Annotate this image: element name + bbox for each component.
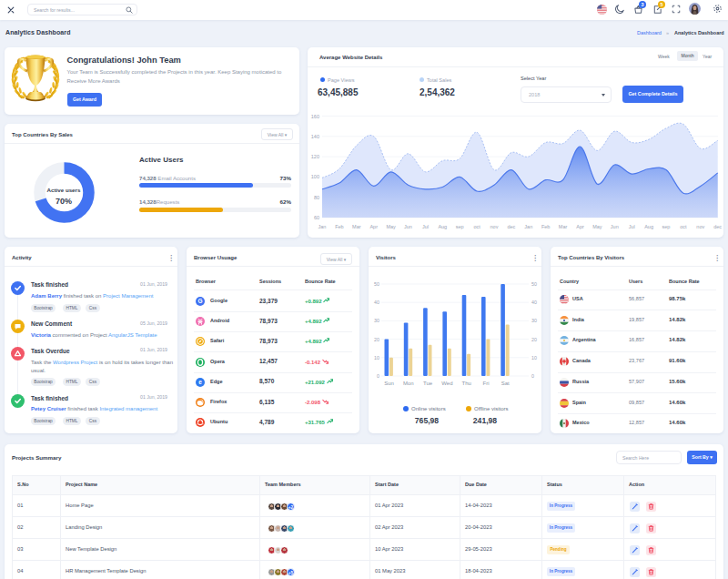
svg-text:Tue: Tue (423, 381, 433, 386)
svg-text:oct: oct (473, 224, 480, 229)
svg-text:Mar: Mar (352, 224, 361, 229)
svg-text:sep: sep (456, 224, 464, 229)
svg-text:50: 50 (531, 281, 537, 287)
svg-text:Thu: Thu (462, 381, 471, 386)
svg-text:0: 0 (377, 373, 379, 379)
svg-text:Jan: Jan (318, 224, 327, 229)
svg-text:Sun: Sun (384, 381, 394, 386)
svg-text:Feb: Feb (335, 224, 343, 229)
svg-text:20: 20 (531, 337, 537, 342)
svg-text:80: 80 (314, 195, 319, 200)
svg-text:dec: dec (507, 224, 515, 229)
svg-text:Apr: Apr (576, 224, 584, 229)
svg-text:Jan: Jan (524, 224, 532, 229)
svg-text:Fri: Fri (483, 381, 490, 386)
svg-text:0: 0 (531, 373, 534, 379)
svg-text:40: 40 (531, 300, 537, 305)
svg-text:10: 10 (531, 355, 537, 361)
svg-text:60: 60 (314, 215, 319, 220)
svg-text:May: May (592, 224, 602, 229)
svg-text:Jun: Jun (611, 224, 619, 229)
svg-text:30: 30 (374, 318, 379, 323)
svg-text:10: 10 (374, 355, 379, 361)
svg-text:oct: oct (680, 224, 687, 229)
svg-text:Aug: Aug (438, 224, 447, 229)
svg-text:Jul: Jul (629, 224, 635, 229)
svg-text:Mon: Mon (403, 381, 414, 386)
svg-text:nov: nov (490, 224, 499, 229)
svg-text:nov: nov (696, 224, 704, 229)
svg-text:Apr: Apr (369, 224, 378, 229)
svg-text:50: 50 (374, 281, 379, 287)
svg-text:May: May (386, 224, 396, 229)
svg-text:Feb: Feb (541, 224, 550, 229)
svg-text:Mar: Mar (559, 224, 568, 229)
svg-text:Jun: Jun (404, 224, 412, 229)
svg-text:dec: dec (713, 224, 722, 229)
svg-text:160: 160 (311, 114, 319, 119)
svg-text:Sat: Sat (501, 381, 510, 386)
svg-text:20: 20 (374, 337, 379, 342)
svg-text:100: 100 (311, 174, 319, 179)
svg-text:140: 140 (311, 134, 319, 139)
svg-text:Jul: Jul (422, 224, 429, 229)
svg-text:30: 30 (531, 318, 537, 323)
svg-text:40: 40 (374, 300, 379, 305)
svg-text:Aug: Aug (644, 224, 653, 229)
svg-text:Wed: Wed (441, 381, 452, 386)
svg-text:sep: sep (662, 224, 671, 229)
svg-text:120: 120 (311, 154, 319, 159)
